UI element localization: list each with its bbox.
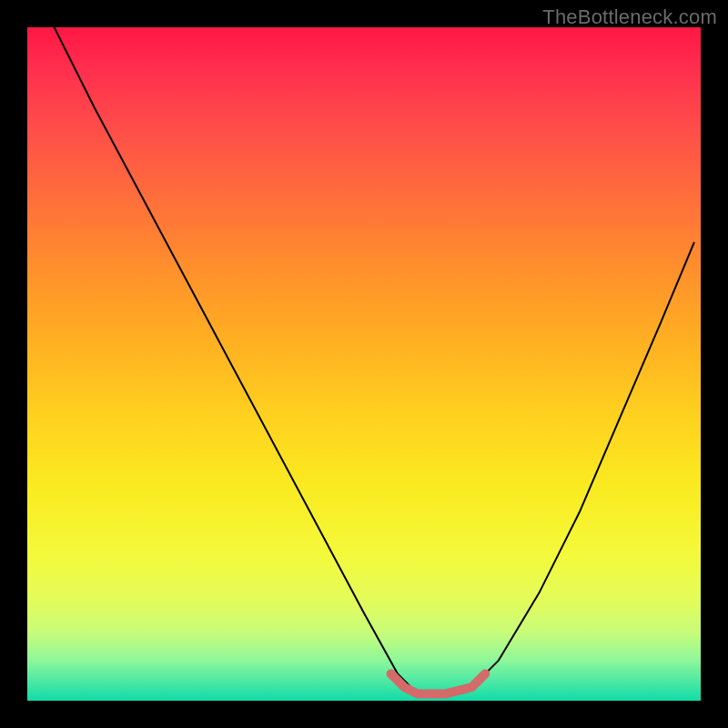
plot-area [27,27,701,701]
valley-highlight-line [391,673,486,693]
watermark-text: TheBottleneck.com [542,5,717,29]
chart-svg [27,27,701,701]
curve-line [55,27,694,694]
chart-frame: TheBottleneck.com [0,0,728,728]
